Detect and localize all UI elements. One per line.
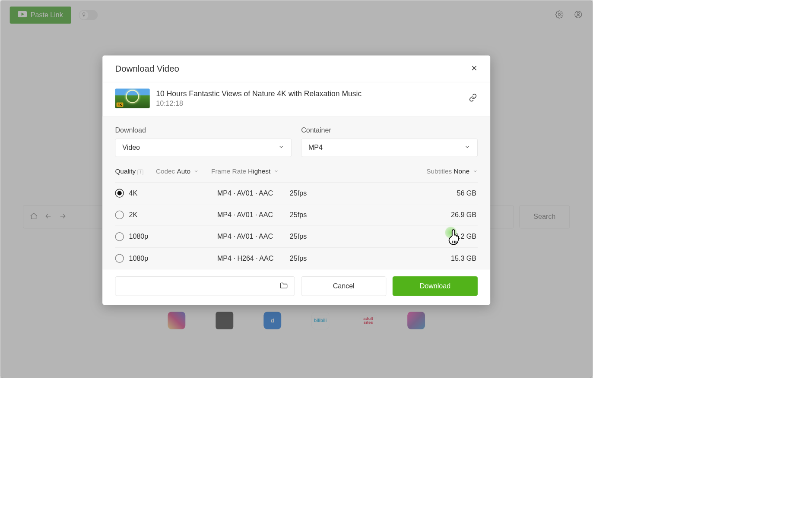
- info-icon[interactable]: i: [138, 170, 143, 175]
- chevron-down-icon: [464, 144, 471, 152]
- quality-label: Qualityi: [115, 167, 143, 175]
- quality-resolution: 4K: [129, 189, 217, 197]
- chevron-down-icon: [273, 169, 279, 174]
- modal-footer: Cancel Download: [102, 269, 490, 304]
- copy-link-button[interactable]: [468, 94, 478, 103]
- quality-radio[interactable]: [115, 232, 124, 241]
- quality-list: 4KMP4 · AV01 · AAC25fps56 GB2KMP4 · AV01…: [115, 182, 478, 269]
- quality-fps: 25fps: [290, 211, 434, 219]
- download-type-value: Video: [122, 144, 140, 152]
- download-type-select[interactable]: Video: [115, 139, 292, 157]
- quality-size: 26.9 GB: [434, 211, 478, 219]
- quality-size: 15.3 GB: [434, 254, 478, 262]
- chevron-down-icon: [473, 169, 478, 174]
- chevron-down-icon: [193, 169, 199, 174]
- options-area: Download Video Container MP4: [102, 117, 490, 269]
- quality-fps: 25fps: [290, 233, 434, 241]
- download-button[interactable]: Download: [393, 276, 478, 296]
- container-value: MP4: [308, 144, 323, 152]
- quality-radio[interactable]: [115, 254, 124, 262]
- modal-title: Download Video: [115, 63, 179, 73]
- quality-resolution: 1080p: [129, 254, 217, 262]
- container-select[interactable]: MP4: [301, 139, 478, 157]
- codec-dropdown[interactable]: Codec Auto: [156, 167, 199, 175]
- quality-fps: 25fps: [290, 189, 434, 197]
- quality-format: MP4 · AV01 · AAC: [217, 189, 290, 197]
- quality-row[interactable]: 4KMP4 · AV01 · AAC25fps56 GB: [115, 182, 478, 204]
- download-type-label: Download: [115, 126, 292, 134]
- quality-format: MP4 · H264 · AAC: [217, 254, 290, 262]
- video-thumbnail: [115, 88, 149, 108]
- app-window: Paste Link: [0, 0, 593, 378]
- link-icon: [469, 94, 477, 103]
- video-duration: 10:12:18: [156, 99, 462, 107]
- modal-overlay: Download Video 10 Hours Fantastic Views …: [0, 0, 593, 378]
- quality-format: MP4 · AV01 · AAC: [217, 211, 290, 219]
- quality-row[interactable]: 1080pMP4 · H264 · AAC25fps15.3 GB: [115, 247, 478, 269]
- video-info-row: 10 Hours Fantastic Views of Nature 4K wi…: [102, 82, 490, 117]
- output-folder-button[interactable]: [115, 276, 295, 296]
- cancel-button[interactable]: Cancel: [301, 276, 386, 296]
- chevron-down-icon: [278, 144, 285, 152]
- framerate-dropdown[interactable]: Frame Rate Highest: [211, 167, 279, 175]
- quality-row[interactable]: 1080pMP4 · AV01 · AAC25fps8.2 GB: [115, 226, 478, 247]
- quality-row[interactable]: 2KMP4 · AV01 · AAC25fps26.9 GB: [115, 204, 478, 225]
- close-icon: [471, 67, 478, 72]
- close-button[interactable]: [471, 65, 478, 73]
- quality-format: MP4 · AV01 · AAC: [217, 233, 290, 241]
- quality-size: 56 GB: [434, 189, 478, 197]
- folder-icon: [279, 281, 288, 291]
- container-label: Container: [301, 126, 478, 134]
- quality-resolution: 2K: [129, 211, 217, 219]
- quality-radio[interactable]: [115, 211, 124, 219]
- video-title: 10 Hours Fantastic Views of Nature 4K wi…: [156, 89, 462, 98]
- subtitles-dropdown[interactable]: Subtitles None: [426, 167, 478, 175]
- quality-radio[interactable]: [115, 189, 124, 197]
- download-video-modal: Download Video 10 Hours Fantastic Views …: [102, 55, 490, 304]
- quality-size: 8.2 GB: [434, 233, 478, 241]
- quality-resolution: 1080p: [129, 233, 217, 241]
- quality-fps: 25fps: [290, 254, 434, 262]
